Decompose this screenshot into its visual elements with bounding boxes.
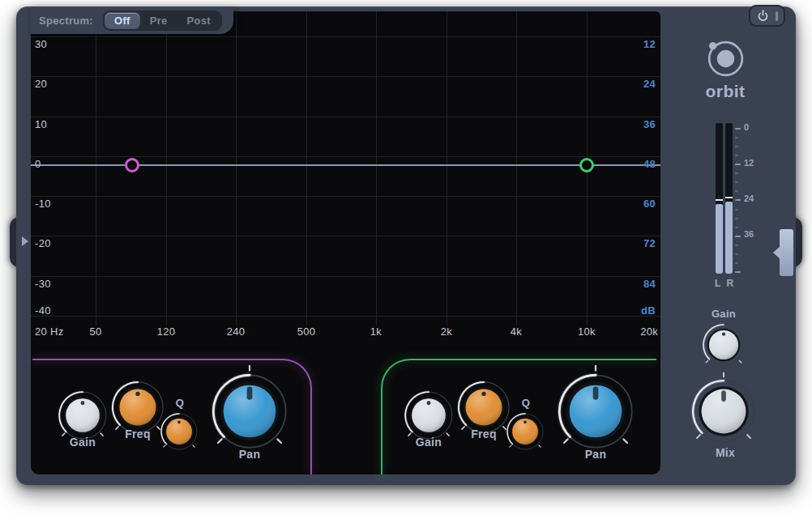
gridline-vertical: [166, 11, 167, 325]
meter-scale-tick: [735, 146, 738, 147]
gridline-vertical: [96, 11, 96, 325]
meter-scale-label: 0: [744, 122, 749, 132]
gridline-vertical: [447, 11, 447, 325]
band1-q-label: Q: [176, 397, 184, 409]
band1-pan-knob[interactable]: [202, 364, 297, 459]
meter-scale-tick: [735, 128, 741, 130]
output-gain-knob[interactable]: [697, 318, 750, 372]
mix-knob[interactable]: [683, 371, 764, 452]
axis-label-db-right: 12: [643, 38, 656, 50]
axis-label-frequency: 20k: [640, 325, 658, 338]
axis-label-db-right: dB: [641, 304, 656, 317]
meter-scale-tick: [735, 137, 738, 138]
meter-scale-tick: [735, 172, 738, 174]
gridline-vertical: [236, 11, 237, 325]
meter-scale-tick: [735, 181, 738, 183]
band1-freq-label: Freq: [125, 428, 151, 440]
axis-label-db-right: 72: [643, 237, 656, 249]
axis-label-frequency: 20 Hz: [35, 325, 63, 338]
meter-fill-right: [725, 202, 733, 274]
power-icon: [756, 9, 770, 23]
band2-q-knob[interactable]: [502, 408, 549, 455]
meter-fill-left: [716, 204, 723, 274]
eq-node-band1[interactable]: [125, 158, 139, 172]
band2-gain-label: Gain: [416, 436, 442, 449]
gridline-horizontal: [31, 316, 660, 317]
plugin-ui: 3020100-10-20-30-4012243648607284dB20 Hz…: [0, 0, 812, 519]
meter-scale-tick: [735, 245, 738, 246]
meter-scale-label: 24: [744, 194, 754, 203]
axis-label-db-right: 84: [643, 278, 656, 290]
axis-label-db-right: 60: [643, 198, 656, 210]
orbit-logo-icon: [703, 36, 749, 85]
gridline-horizontal: [31, 276, 660, 277]
axis-label-db-left: -30: [35, 278, 51, 290]
meter-scale-tick: [735, 271, 741, 273]
spectrum-pre-button[interactable]: Pre: [141, 13, 177, 28]
meter-channel-labels: L R: [712, 278, 737, 289]
axis-label-db-left: 10: [35, 118, 47, 130]
meter-peak-right: [725, 197, 733, 198]
gridline-vertical: [376, 11, 377, 325]
axis-label-frequency: 500: [297, 325, 316, 338]
band2-freq-label: Freq: [471, 428, 497, 440]
band2-pan-label: Pan: [585, 448, 607, 461]
meter-scale-tick: [735, 227, 738, 228]
meter-peak-left: [716, 199, 723, 201]
gridline-horizontal: [31, 76, 660, 77]
meter-scale-tick: [735, 262, 738, 264]
band2-q-label: Q: [522, 397, 530, 409]
axis-label-frequency: 10k: [578, 325, 596, 338]
power-state-bar-icon: [776, 11, 778, 21]
meter-scale-label: 36: [744, 229, 754, 239]
meter-scale-tick: [735, 253, 738, 255]
axis-label-db-left: 0: [35, 158, 41, 170]
meter-scale-tick: [735, 190, 738, 192]
meter-bar-right: [725, 123, 733, 274]
meter-scale-tick: [735, 164, 741, 165]
axis-label-frequency: 2k: [441, 325, 452, 338]
spectrum-post-button[interactable]: Post: [178, 13, 220, 28]
gridline-vertical: [516, 11, 517, 325]
power-toggle[interactable]: [749, 5, 785, 27]
gridline-horizontal: [31, 36, 660, 37]
axis-label-db-right: 36: [643, 118, 656, 130]
spectrum-segmented-control: Off Pre Post: [103, 11, 222, 31]
axis-label-db-left: 30: [35, 38, 47, 50]
axis-label-db-left: -40: [35, 304, 51, 317]
gridline-horizontal: [31, 196, 660, 197]
axis-label-db-left: 20: [35, 78, 47, 90]
gridline-horizontal: [31, 236, 660, 236]
band1-gain-label: Gain: [70, 436, 96, 449]
spectrum-off-button[interactable]: Off: [105, 13, 139, 28]
meter-scale-label: 12: [744, 158, 754, 168]
axis-label-db-left: -10: [35, 198, 51, 210]
axis-label-frequency: 1k: [370, 325, 382, 338]
spectrum-control: Spectrum: Off Pre Post: [31, 6, 233, 34]
gridline-vertical: [306, 11, 307, 325]
level-meter: L R 0122436: [712, 117, 793, 292]
eq-node-band2[interactable]: [579, 158, 594, 172]
eq-graph[interactable]: 3020100-10-20-30-4012243648607284dB20 Hz…: [31, 11, 660, 345]
band1-q-knob[interactable]: [156, 408, 203, 455]
axis-label-db-right: 24: [643, 78, 656, 90]
axis-label-db-left: -20: [35, 237, 51, 249]
band2-pan-knob[interactable]: [548, 364, 643, 459]
gridline-horizontal: [31, 156, 660, 157]
axis-label-frequency: 4k: [511, 325, 522, 338]
left-expand-arrow-icon[interactable]: [22, 236, 28, 246]
meter-scale-tick: [735, 199, 741, 201]
axis-label-frequency: 240: [227, 325, 246, 338]
logo-text: orbit: [705, 82, 745, 101]
spectrum-label: Spectrum:: [39, 15, 93, 27]
meter-scale-tick: [735, 209, 738, 211]
meter-scale-tick: [735, 236, 741, 237]
meter-scale-tick: [735, 218, 738, 219]
meter-scale-tick: [735, 155, 738, 156]
axis-label-frequency: 120: [157, 325, 176, 338]
mix-label: Mix: [716, 446, 735, 459]
meter-bar-left: [716, 123, 723, 274]
gridline-horizontal: [31, 117, 660, 117]
axis-label-frequency: 50: [89, 325, 101, 338]
band1-pan-label: Pan: [239, 448, 261, 461]
